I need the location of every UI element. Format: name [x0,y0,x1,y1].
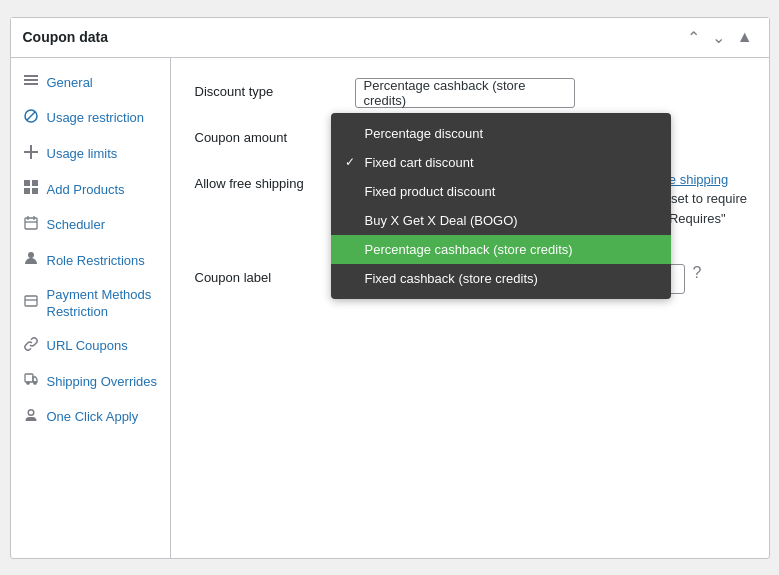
discount-type-row: Discount type Percentage cashback (store… [195,78,749,108]
sidebar-item-url-coupons[interactable]: URL Coupons [11,329,170,365]
shipping-overrides-icon [23,372,39,392]
panel-title: Coupon data [23,29,109,45]
sidebar-item-payment-methods-label: Payment Methods Restriction [47,287,158,321]
svg-point-19 [26,382,28,384]
payment-methods-icon [23,294,39,314]
main-content: Discount type Percentage cashback (store… [171,58,769,558]
coupon-label-help-icon[interactable]: ? [693,264,702,282]
usage-restriction-icon [23,109,39,129]
sidebar-item-general-label: General [47,75,93,92]
dropdown-item-fixed-cashback[interactable]: Fixed cashback (store credits) [331,264,671,293]
dropdown-item-fixed-product-discount-label: Fixed product discount [365,184,496,199]
sidebar-item-role-restrictions[interactable]: Role Restrictions [11,243,170,279]
sidebar-item-shipping-overrides-label: Shipping Overrides [47,374,158,391]
panel-header-actions: ⌃ ⌄ ▲ [683,26,757,49]
dropdown-item-percentage-discount-label: Percentage discount [365,126,484,141]
svg-rect-9 [24,188,30,194]
sidebar-item-usage-limits[interactable]: Usage limits [11,137,170,173]
svg-rect-8 [32,180,38,186]
dropdown-item-fixed-cart-discount[interactable]: Fixed cart discount [331,148,671,177]
sidebar-item-role-restrictions-label: Role Restrictions [47,253,145,270]
svg-line-4 [27,112,35,120]
dropdown-item-percentage-cashback[interactable]: Percentage cashback (store credits) [331,235,671,264]
dropdown-item-percentage-discount[interactable]: Percentage discount [331,119,671,148]
discount-type-dropdown[interactable]: Percentage cashback (store credits) [355,78,575,108]
sidebar-item-shipping-overrides[interactable]: Shipping Overrides [11,364,170,400]
svg-rect-16 [25,296,37,306]
collapse-down-button[interactable]: ⌄ [708,26,729,49]
svg-rect-7 [24,180,30,186]
panel-header: Coupon data ⌃ ⌄ ▲ [11,18,769,58]
svg-point-15 [28,252,34,258]
dropdown-item-fixed-cashback-label: Fixed cashback (store credits) [365,271,538,286]
dropdown-item-percentage-cashback-label: Percentage cashback (store credits) [365,242,573,257]
sidebar-item-usage-limits-label: Usage limits [47,146,118,163]
url-coupons-icon [23,337,39,357]
panel-body: General Usage restriction Usage limits A… [11,58,769,558]
role-restrictions-icon [23,251,39,271]
scheduler-icon [23,216,39,236]
discount-type-value: Percentage cashback (store credits) [364,78,566,108]
sidebar: General Usage restriction Usage limits A… [11,58,171,558]
discount-type-label: Discount type [195,78,355,99]
sidebar-item-scheduler-label: Scheduler [47,217,106,234]
svg-rect-1 [24,79,38,81]
sidebar-item-payment-methods[interactable]: Payment Methods Restriction [11,279,170,329]
discount-type-control: Percentage cashback (store credits) [355,78,749,108]
dropdown-item-fixed-cart-discount-label: Fixed cart discount [365,155,474,170]
sidebar-item-general[interactable]: General [11,66,170,102]
sidebar-item-usage-restriction-label: Usage restriction [47,110,145,127]
svg-point-20 [33,382,35,384]
expand-button[interactable]: ▲ [733,26,757,49]
svg-rect-0 [24,75,38,77]
svg-rect-2 [24,83,38,85]
collapse-up-button[interactable]: ⌃ [683,26,704,49]
usage-limits-icon [23,145,39,165]
sidebar-item-one-click-apply[interactable]: One Click Apply [11,400,170,436]
svg-rect-18 [25,374,33,382]
sidebar-item-add-products[interactable]: Add Products [11,172,170,208]
dropdown-item-fixed-product-discount[interactable]: Fixed product discount [331,177,671,206]
sidebar-item-url-coupons-label: URL Coupons [47,338,128,355]
dropdown-item-bogo[interactable]: Buy X Get X Deal (BOGO) [331,206,671,235]
general-icon [23,74,39,94]
add-products-icon [23,180,39,200]
svg-rect-11 [25,218,37,229]
one-click-apply-icon [23,408,39,428]
svg-rect-10 [32,188,38,194]
dropdown-item-bogo-label: Buy X Get X Deal (BOGO) [365,213,518,228]
coupon-panel: Coupon data ⌃ ⌄ ▲ General Usage restrict… [10,17,770,559]
discount-type-dropdown-menu: Percentage discount Fixed cart discount … [331,113,671,299]
sidebar-item-usage-restriction[interactable]: Usage restriction [11,101,170,137]
sidebar-item-add-products-label: Add Products [47,182,125,199]
sidebar-item-one-click-apply-label: One Click Apply [47,409,139,426]
sidebar-item-scheduler[interactable]: Scheduler [11,208,170,244]
